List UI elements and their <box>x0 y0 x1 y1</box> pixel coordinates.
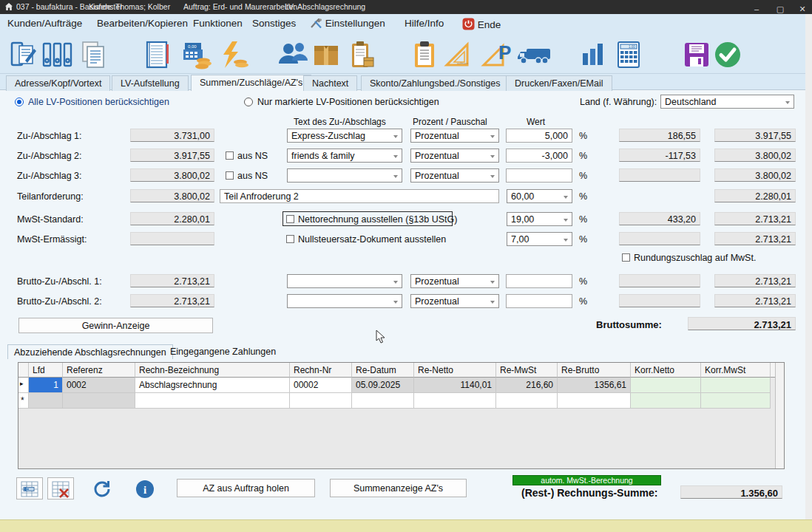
nullsteuersatz-checkbox[interactable] <box>286 235 294 243</box>
copy-documents-icon[interactable] <box>78 40 108 69</box>
row1-rechn-nr[interactable]: 00002 <box>290 378 352 393</box>
summenanzeige-azs-button[interactable]: Summenanzeige AZ's <box>330 479 467 497</box>
menu-hilfe-info[interactable]: Hilfe/Info <box>405 18 444 29</box>
newrow-rechn-nr[interactable] <box>290 393 352 409</box>
radio-markierte-lv-positionen[interactable] <box>244 98 253 106</box>
mwst-erm-percent-select[interactable]: 7,00 <box>507 232 572 246</box>
header-korr-mwst[interactable]: Korr.MwSt <box>701 363 771 378</box>
nettorechnung-checkbox[interactable] <box>286 215 294 223</box>
header-re-datum[interactable]: Re-Datum <box>352 363 414 378</box>
zu2-base: 3.917,55 <box>130 149 214 162</box>
notebook-icon[interactable] <box>143 40 173 69</box>
brutto2-text-select[interactable] <box>287 294 402 308</box>
newrow-bezeichnung[interactable] <box>135 393 290 409</box>
zu3-aus-ns-checkbox[interactable] <box>226 171 234 180</box>
row1-re-datum[interactable]: 05.09.2025 <box>352 378 414 393</box>
tab-nachtext[interactable]: Nachtext <box>303 75 357 91</box>
package-icon[interactable] <box>311 40 340 69</box>
header-bezeichnung[interactable]: Rechn-Bezeichnung <box>135 363 290 378</box>
quick-billing-icon[interactable] <box>217 40 247 69</box>
tab-summen-zuschlaege-azs[interactable]: Summen/Zuschläge/AZ's <box>191 75 311 91</box>
set-square-p-icon[interactable]: P <box>481 40 510 69</box>
tab-skonto-zahlungsbed-sonstiges[interactable]: Skonto/Zahlungsbed./Sonstiges <box>361 75 510 91</box>
bar-chart-icon[interactable] <box>578 40 608 69</box>
menu-sonstiges[interactable]: Sonstiges <box>252 18 296 29</box>
header-re-mwst[interactable]: Re-MwSt <box>496 363 558 378</box>
row1-re-brutto[interactable]: 1356,61 <box>558 378 631 393</box>
newrow-re-brutto[interactable] <box>558 393 631 409</box>
zu2-aus-ns-checkbox[interactable] <box>226 151 234 160</box>
row1-re-mwst[interactable]: 216,60 <box>496 378 558 393</box>
table-insert-row-button[interactable] <box>16 477 43 499</box>
header-lfd[interactable]: Lfd <box>29 363 63 378</box>
clipboard-icon[interactable] <box>410 40 439 69</box>
gewinn-anzeige-button[interactable]: Gewinn-Anzeige <box>18 318 213 333</box>
set-square-icon[interactable]: aufmass <box>442 40 472 69</box>
row1-lfd[interactable]: 1 <box>29 378 63 393</box>
zu3-text-select[interactable] <box>287 168 402 183</box>
zu3-wert-input[interactable] <box>506 168 572 183</box>
zu1-text-select[interactable]: Express-Zuschlag <box>287 129 402 143</box>
newrow-referenz[interactable] <box>63 393 135 409</box>
subtab-abschlagsrechnungen[interactable]: Abzuziehende Abschlagsrechnungen <box>7 344 173 359</box>
newrow-re-datum[interactable] <box>352 393 414 409</box>
menu-funktionen[interactable]: Funktionen <box>193 18 243 29</box>
newrow-re-mwst[interactable] <box>496 393 558 409</box>
tab-drucken-faxen-email[interactable]: Drucken/Faxen/EMail <box>506 75 612 91</box>
row1-re-netto[interactable]: 1140,01 <box>414 378 496 393</box>
teil-text-input[interactable]: Teil Anfroderung 2 <box>220 189 499 203</box>
table-vertical-scrollbar[interactable] <box>775 363 784 468</box>
newrow-korr-mwst[interactable] <box>701 393 771 409</box>
zu2-mode-select[interactable]: Prozentual <box>410 149 499 163</box>
header-re-netto[interactable]: Re-Netto <box>414 363 496 378</box>
brutto2-wert-input[interactable] <box>506 294 572 308</box>
brutto1-mode-select[interactable]: Prozentual <box>410 274 499 288</box>
header-korr-netto[interactable]: Korr.Netto <box>631 363 701 378</box>
row1-korr-netto[interactable] <box>631 378 701 393</box>
refresh-button[interactable] <box>87 477 117 499</box>
zu1-mode-select[interactable]: Prozentual <box>410 129 499 143</box>
brutto2-mode-select[interactable]: Prozentual <box>410 294 499 308</box>
tab-lv-aufstellung[interactable]: LV-Aufstellung <box>112 75 189 91</box>
subtab-zahlungen[interactable]: Eingegangene Zahlungen <box>164 344 282 358</box>
delivery-note-icon[interactable] <box>346 40 376 69</box>
radio-alle-lv-positionen[interactable] <box>15 98 24 106</box>
country-select[interactable]: Deutschland <box>660 95 794 109</box>
customers-icon[interactable] <box>277 40 306 69</box>
tab-adresse-kopf-vortext[interactable]: Adresse/Kopf/Vortext <box>6 75 110 91</box>
menu-einstellungen[interactable]: Einstellungen <box>311 18 385 31</box>
brutto1-text-select[interactable] <box>287 274 402 288</box>
brutto1-wert-input[interactable] <box>506 274 572 288</box>
newrow-lfd[interactable] <box>29 393 63 409</box>
header-rechn-nr[interactable]: Rechn-Nr <box>290 363 352 378</box>
ok-check-icon[interactable] <box>713 40 742 69</box>
calculator-icon[interactable]: 1,00 <box>614 40 643 69</box>
edit-document-icon[interactable] <box>9 40 38 69</box>
zu2-text-select[interactable]: friends & family <box>287 149 402 163</box>
row1-korr-mwst[interactable] <box>701 378 771 393</box>
menu-ende[interactable]: Ende <box>462 18 501 33</box>
rundungszuschlag-checkbox[interactable] <box>622 253 630 262</box>
row1-referenz[interactable]: 0002 <box>63 378 135 393</box>
brutto1-delta <box>619 274 700 287</box>
mwst-std-percent-select[interactable]: 19,00 <box>507 212 572 226</box>
save-icon[interactable] <box>682 40 711 69</box>
newrow-korr-netto[interactable] <box>631 393 701 409</box>
truck-icon[interactable] <box>516 40 546 69</box>
info-button[interactable]: i <box>130 477 160 499</box>
header-re-brutto[interactable]: Re-Brutto <box>558 363 631 378</box>
zu2-wert-input[interactable]: -3,000 <box>506 149 572 163</box>
header-referenz[interactable]: Referenz <box>63 363 135 378</box>
menu-kunden-auftraege[interactable]: Kunden/Aufträge <box>7 18 82 29</box>
newrow-re-netto[interactable] <box>414 393 496 409</box>
binders-icon[interactable] <box>41 40 71 69</box>
table-delete-row-button[interactable] <box>47 477 74 499</box>
cash-register-icon[interactable]: 0,00 <box>179 40 209 69</box>
row1-bezeichnung[interactable]: Abschlagsrechnung <box>135 378 290 393</box>
az-aus-auftrag-holen-button[interactable]: AZ aus Auftrag holen <box>177 479 315 497</box>
zu3-mode-select[interactable]: Prozentual <box>410 168 499 183</box>
teil-percent-select[interactable]: 60,00 <box>507 189 572 203</box>
zu1-wert-input[interactable]: 5,000 <box>506 129 572 143</box>
zu1-total: 3.917,55 <box>714 129 796 142</box>
menu-bearbeiten-kopieren[interactable]: Bearbeiten/Kopieren <box>97 18 188 29</box>
